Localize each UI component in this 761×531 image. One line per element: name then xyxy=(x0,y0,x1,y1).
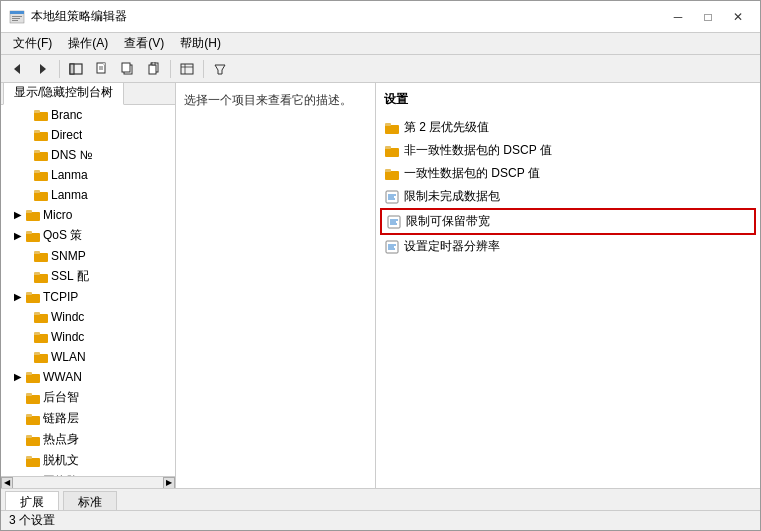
folder-icon-linklayer xyxy=(25,411,41,427)
copy-button[interactable] xyxy=(116,58,140,80)
menu-view[interactable]: 查看(V) xyxy=(116,33,172,54)
svg-rect-61 xyxy=(385,123,391,126)
new-button[interactable] xyxy=(90,58,114,80)
tree-hscroll[interactable]: ◀ ▶ xyxy=(1,476,175,488)
maximize-button[interactable]: □ xyxy=(694,6,722,28)
minimize-button[interactable]: ─ xyxy=(664,6,692,28)
tree-scroll[interactable]: Branc Direct DNS № xyxy=(1,105,175,476)
svg-rect-47 xyxy=(34,352,40,355)
folder-icon-wlan xyxy=(33,349,49,365)
svg-rect-33 xyxy=(26,210,32,213)
tree-label-dns: DNS № xyxy=(51,148,93,162)
tree-label-hotspot: 热点身 xyxy=(43,431,79,448)
menu-help[interactable]: 帮助(H) xyxy=(172,33,229,54)
back-button[interactable] xyxy=(5,58,29,80)
settings-item-consistent-dscp[interactable]: 一致性数据包的 DSCP 值 xyxy=(380,162,756,185)
tree-label-bgai: 后台智 xyxy=(43,389,79,406)
tree-item-micro[interactable]: ▶ Micro xyxy=(1,205,175,225)
expand-icon-lanma2 xyxy=(17,187,33,203)
tree-label-wlan: WLAN xyxy=(51,350,86,364)
svg-rect-3 xyxy=(12,18,20,19)
settings-label-consistent-dscp: 一致性数据包的 DSCP 值 xyxy=(404,165,540,182)
tree-label-branch: Branc xyxy=(51,108,82,122)
svg-rect-38 xyxy=(34,274,48,283)
hscroll-right-btn[interactable]: ▶ xyxy=(163,477,175,489)
tree-item-bgai[interactable]: 后台智 xyxy=(1,387,175,408)
toolbar-sep-1 xyxy=(59,60,60,78)
tree-item-tcpip[interactable]: ▶ TCPIP xyxy=(1,287,175,307)
tree-label-linklayer: 链路层 xyxy=(43,410,79,427)
svg-rect-16 xyxy=(149,65,156,74)
tree-label-micro: Micro xyxy=(43,208,72,222)
tree-item-linklayer[interactable]: 链路层 xyxy=(1,408,175,429)
bottom-tabs: 扩展 标准 xyxy=(1,488,760,510)
properties-button[interactable] xyxy=(175,58,199,80)
folder-icon-consistent-dscp xyxy=(384,166,400,182)
folder-icon-lanma2 xyxy=(33,187,49,203)
settings-icon-limit-incomplete xyxy=(384,189,400,205)
settings-item-limit-bandwidth[interactable]: 限制可保留带宽 xyxy=(380,208,756,235)
tree-item-wwan[interactable]: ▶ WWAN xyxy=(1,367,175,387)
settings-item-limit-incomplete[interactable]: 限制未完成数据包 xyxy=(380,185,756,208)
show-button[interactable] xyxy=(64,58,88,80)
expand-icon-micro: ▶ xyxy=(9,207,25,223)
tab-display-hide[interactable]: 显示/隐藏控制台树 xyxy=(3,83,124,105)
folder-icon-windc2 xyxy=(33,329,49,345)
folder-icon-inconsistent-dscp xyxy=(384,143,400,159)
tree-item-standalone[interactable]: 脱机文 xyxy=(1,450,175,471)
paste-button[interactable] xyxy=(142,58,166,80)
folder-icon-snmp xyxy=(33,248,49,264)
svg-rect-57 xyxy=(26,456,32,459)
svg-rect-4 xyxy=(12,20,18,21)
tree-item-qos[interactable]: ▶ QoS 策 xyxy=(1,225,175,246)
tree-item-dns[interactable]: DNS № xyxy=(1,145,175,165)
expand-icon-tcpip: ▶ xyxy=(9,289,25,305)
tree-item-direct[interactable]: Direct xyxy=(1,125,175,145)
tree-item-snmp[interactable]: SNMP xyxy=(1,246,175,266)
expand-icon-hotspot xyxy=(9,432,25,448)
tree-item-windc1[interactable]: Windc xyxy=(1,307,175,327)
tree-tab-bar: 显示/隐藏控制台树 xyxy=(1,83,175,105)
svg-rect-51 xyxy=(26,393,32,396)
tree-item-lanma1[interactable]: Lanma xyxy=(1,165,175,185)
svg-rect-22 xyxy=(34,112,48,121)
menu-file[interactable]: 文件(F) xyxy=(5,33,60,54)
settings-item-layer2[interactable]: 第 2 层优先级值 xyxy=(380,116,756,139)
expand-icon-lanma1 xyxy=(17,167,33,183)
settings-item-inconsistent-dscp[interactable]: 非一致性数据包的 DSCP 值 xyxy=(380,139,756,162)
menu-action[interactable]: 操作(A) xyxy=(60,33,116,54)
menu-bar: 文件(F) 操作(A) 查看(V) 帮助(H) xyxy=(1,33,760,55)
folder-icon-windc1 xyxy=(33,309,49,325)
tree-item-hotspot[interactable]: 热点身 xyxy=(1,429,175,450)
tree-item-lanma2[interactable]: Lanma xyxy=(1,185,175,205)
svg-rect-18 xyxy=(181,64,193,74)
tree-item-branch[interactable]: Branc xyxy=(1,105,175,125)
svg-rect-32 xyxy=(26,212,40,221)
settings-item-set-timer[interactable]: 设置定时器分辨率 xyxy=(380,235,756,258)
svg-rect-48 xyxy=(26,374,40,383)
folder-icon-lanma1 xyxy=(33,167,49,183)
svg-rect-1 xyxy=(10,11,24,14)
forward-button[interactable] xyxy=(31,58,55,80)
tree-item-ssl[interactable]: SSL 配 xyxy=(1,266,175,287)
svg-rect-53 xyxy=(26,414,32,417)
expand-icon xyxy=(17,107,33,123)
svg-rect-35 xyxy=(26,231,32,234)
content-area: 显示/隐藏控制台树 Branc xyxy=(1,83,760,488)
svg-rect-42 xyxy=(34,314,48,323)
tree-item-windc2[interactable]: Windc xyxy=(1,327,175,347)
svg-rect-40 xyxy=(26,294,40,303)
tree-item-wlan[interactable]: WLAN xyxy=(1,347,175,367)
svg-rect-52 xyxy=(26,416,40,425)
tree-label-lanma1: Lanma xyxy=(51,168,88,182)
hscroll-track[interactable] xyxy=(13,477,163,488)
expand-icon-standalone xyxy=(9,453,25,469)
svg-rect-25 xyxy=(34,130,40,133)
svg-rect-37 xyxy=(34,251,40,254)
hscroll-left-btn[interactable]: ◀ xyxy=(1,477,13,489)
close-button[interactable]: ✕ xyxy=(724,6,752,28)
svg-rect-50 xyxy=(26,395,40,404)
svg-rect-63 xyxy=(385,146,391,149)
svg-rect-54 xyxy=(26,437,40,446)
filter-button[interactable] xyxy=(208,58,232,80)
